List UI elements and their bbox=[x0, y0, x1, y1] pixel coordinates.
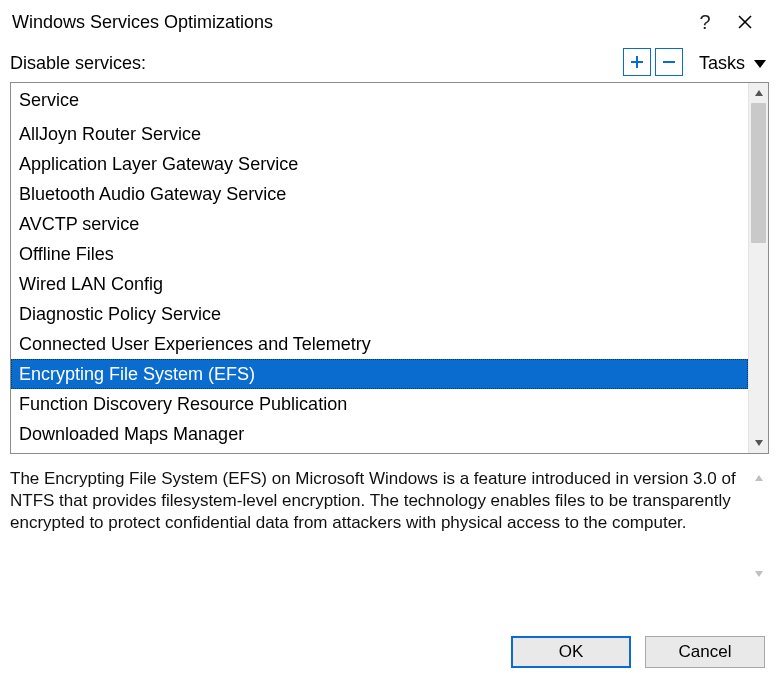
close-button[interactable] bbox=[725, 8, 765, 36]
ok-button[interactable]: OK bbox=[511, 636, 631, 668]
description-panel: The Encrypting File System (EFS) on Micr… bbox=[10, 468, 769, 584]
list-item[interactable]: Bluetooth Audio Gateway Service bbox=[11, 179, 748, 209]
window-title: Windows Services Optimizations bbox=[12, 12, 685, 33]
cancel-button[interactable]: Cancel bbox=[645, 636, 765, 668]
services-listbox[interactable]: ServiceAllJoyn Router ServiceApplication… bbox=[10, 82, 769, 454]
remove-button[interactable] bbox=[655, 48, 683, 76]
ok-button-label: OK bbox=[559, 642, 584, 662]
list-item[interactable]: Wired LAN Config bbox=[11, 269, 748, 299]
scroll-up-icon[interactable] bbox=[749, 83, 768, 103]
list-item[interactable]: Application Layer Gateway Service bbox=[11, 149, 748, 179]
minus-icon bbox=[661, 54, 677, 70]
scroll-thumb[interactable] bbox=[751, 103, 766, 243]
list-item[interactable]: Downloaded Maps Manager bbox=[11, 419, 748, 449]
close-icon bbox=[737, 14, 753, 30]
help-button[interactable]: ? bbox=[685, 8, 725, 36]
description-scrollbar[interactable] bbox=[749, 468, 769, 584]
dialog-buttons: OK Cancel bbox=[0, 622, 783, 682]
dialog-window: Windows Services Optimizations ? Disable… bbox=[0, 0, 783, 682]
list-item[interactable]: AllJoyn Router Service bbox=[11, 119, 748, 149]
svg-marker-5 bbox=[754, 60, 766, 68]
list-item[interactable]: Diagnostic Policy Service bbox=[11, 299, 748, 329]
help-icon: ? bbox=[699, 11, 710, 34]
svg-marker-7 bbox=[755, 440, 763, 446]
chevron-down-icon bbox=[753, 59, 767, 69]
list-item[interactable]: SSDP Discovery bbox=[11, 449, 748, 453]
tasks-label: Tasks bbox=[699, 53, 745, 74]
list-header: Service bbox=[11, 85, 748, 115]
list-item[interactable]: Encrypting File System (EFS) bbox=[11, 359, 748, 389]
desc-scroll-down-icon[interactable] bbox=[749, 564, 769, 584]
services-list-inner: ServiceAllJoyn Router ServiceApplication… bbox=[11, 83, 748, 453]
svg-marker-9 bbox=[755, 571, 763, 577]
cancel-button-label: Cancel bbox=[679, 642, 732, 662]
toolbar: Disable services: Tasks bbox=[0, 38, 783, 78]
plus-icon bbox=[629, 54, 645, 70]
svg-marker-8 bbox=[755, 475, 763, 481]
title-bar: Windows Services Optimizations ? bbox=[0, 0, 783, 38]
section-label: Disable services: bbox=[10, 53, 619, 76]
list-item[interactable]: Offline Files bbox=[11, 239, 748, 269]
list-item[interactable]: AVCTP service bbox=[11, 209, 748, 239]
list-item[interactable]: Connected User Experiences and Telemetry bbox=[11, 329, 748, 359]
list-item[interactable]: Function Discovery Resource Publication bbox=[11, 389, 748, 419]
tasks-dropdown[interactable]: Tasks bbox=[697, 51, 769, 76]
scroll-down-icon[interactable] bbox=[749, 433, 768, 453]
add-button[interactable] bbox=[623, 48, 651, 76]
description-text: The Encrypting File System (EFS) on Micr… bbox=[10, 468, 749, 584]
svg-marker-6 bbox=[755, 90, 763, 96]
desc-scroll-up-icon[interactable] bbox=[749, 468, 769, 488]
list-scrollbar[interactable] bbox=[748, 83, 768, 453]
